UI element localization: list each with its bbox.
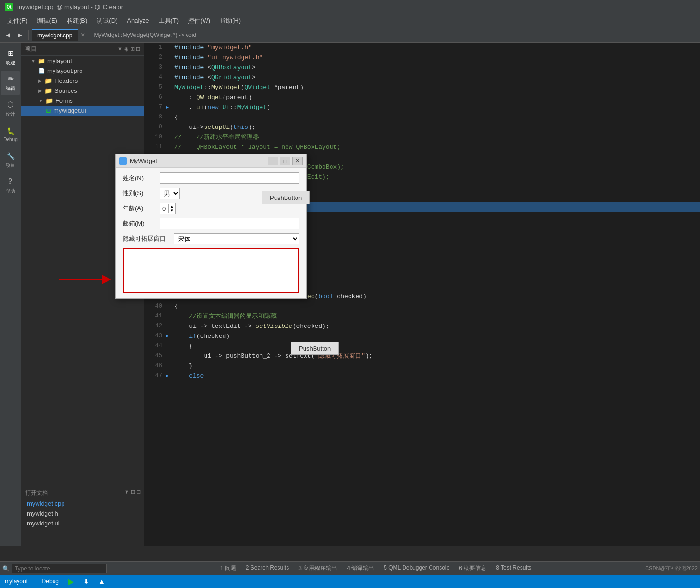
menu-file[interactable]: 文件(F)	[2, 15, 32, 27]
status-tab-search[interactable]: 2 Search Results	[243, 564, 291, 572]
spinbox-up[interactable]: ▲	[169, 204, 175, 208]
form-input-name[interactable]	[160, 172, 299, 184]
tree-label-headers: Headers	[54, 77, 78, 84]
status-build-btn[interactable]: ▲	[99, 578, 105, 585]
open-doc-mywidget-h[interactable]: mywidget.h	[21, 508, 144, 518]
expand-arrow-headers: ▶	[38, 78, 42, 83]
form-row-age: 年龄(A) 0 ▲ ▼	[123, 203, 299, 214]
sidebar-item-design[interactable]: ⬡ 设计	[1, 96, 20, 121]
code-line-9: 9 ui->setupUi(this);	[144, 122, 700, 132]
form-select-gender[interactable]: 男 女	[160, 188, 180, 199]
tab-close-btn[interactable]: ✕	[79, 32, 87, 38]
spinbox-age: 0 ▲ ▼	[160, 203, 176, 214]
tree-label-forms: Forms	[55, 97, 73, 104]
open-docs-panel: 打开文档 ▼ ⊞ ⊟ mywidget.cpp mywidget.h mywid…	[21, 485, 144, 546]
line-arrow-43: ▶	[166, 331, 173, 341]
dialog-minimize-btn[interactable]: —	[268, 157, 278, 165]
folder-forms-icon: 📁	[45, 97, 53, 104]
spinbox-value: 0	[160, 205, 168, 212]
line-num-47: 47	[144, 371, 166, 381]
toolbar-back[interactable]: ◀	[2, 30, 13, 40]
sidebar-item-welcome[interactable]: ⊞ 欢迎	[1, 45, 20, 70]
tree-label-mywidget-ui: mywidget.ui	[54, 107, 86, 114]
line-num-10: 10	[144, 132, 166, 142]
sidebar-item-debug[interactable]: 🐛 Debug	[1, 122, 20, 146]
pushbutton[interactable]: PushButton	[291, 342, 339, 355]
open-doc-mywidget-ui[interactable]: mywidget.ui	[21, 518, 144, 528]
sidebar-item-projects[interactable]: 🔧 项目	[1, 147, 20, 172]
file-ui-icon: 🖼	[46, 108, 51, 114]
line-code-8: {	[173, 112, 700, 122]
tree-item-mylayout-pro[interactable]: 📄 mylayout.pro	[21, 66, 144, 76]
status-tab-general[interactable]: 6 概要信息	[457, 564, 489, 572]
tree-label-mylayout: mylayout	[47, 57, 72, 64]
open-docs-controls: ▼ ⊞ ⊟	[124, 489, 141, 497]
code-line-5: 5 MyWidget::MyWidget(QWidget *parent)	[144, 82, 700, 92]
form-row-combo: 隐藏可拓展窗口 宋体 Arial Times New Roman	[123, 233, 299, 244]
expand-arrow: ▼	[31, 58, 36, 63]
line-num-45: 45	[144, 351, 166, 361]
line-num-8: 8	[144, 112, 166, 122]
line-num-5: 5	[144, 82, 166, 92]
menu-build[interactable]: 构建(B)	[62, 15, 92, 27]
tree-item-sources[interactable]: ▶ 📁 Sources	[21, 86, 144, 96]
code-line-1: 1 #include "mywidget.h"	[144, 43, 700, 53]
sidebar-label-edit: 编辑	[6, 85, 15, 92]
tab-mywidget-cpp[interactable]: mywidget.cpp	[32, 29, 78, 41]
line-code-42: ui -> textEdit -> setVisible(checked);	[173, 321, 700, 331]
tree-item-headers[interactable]: ▶ 📁 Headers	[21, 76, 144, 86]
dialog-title-icon	[119, 157, 127, 165]
text-edit-area[interactable]	[123, 248, 299, 293]
line-num-11: 11	[144, 142, 166, 152]
combo-select-font[interactable]: 宋体 Arial Times New Roman	[174, 233, 299, 244]
code-line-40: 40 {	[144, 301, 700, 311]
line-code-47: else	[173, 371, 700, 381]
main-layout: ⊞ 欢迎 ✏ 编辑 ⬡ 设计 🐛 Debug 🔧 项目 ? 帮助 项目	[0, 43, 700, 546]
line-code-45: ui -> pushButton_2 -> setText("隐藏可拓展窗口")…	[173, 351, 700, 361]
status-tab-test[interactable]: 8 Test Results	[494, 564, 534, 572]
status-step-btn[interactable]: ⬇	[83, 578, 89, 585]
sidebar-item-help[interactable]: ? 帮助	[1, 173, 20, 198]
push-button-main[interactable]: PushButton	[262, 191, 310, 204]
tab-mywidget-constructor[interactable]: MyWidget::MyWidget(QWidget *) -> void	[88, 30, 202, 40]
tree-item-forms[interactable]: ▼ 📁 Forms	[21, 96, 144, 106]
menubar: 文件(F) 编辑(E) 构建(B) 调试(D) Analyze 工具(T) 控件…	[0, 14, 700, 27]
status-tab-qml[interactable]: 5 QML Debugger Console	[381, 564, 452, 572]
status-bar: mylayout □ Debug ▶ ⬇ ▲	[0, 575, 700, 588]
menu-edit[interactable]: 编辑(E)	[32, 15, 62, 27]
dialog-maximize-btn[interactable]: □	[280, 157, 290, 165]
dialog-close-btn[interactable]: ✕	[292, 157, 303, 165]
menu-widgets[interactable]: 控件(W)	[183, 15, 215, 27]
spinbox-down[interactable]: ▼	[169, 208, 175, 213]
menu-debug[interactable]: 调试(D)	[92, 15, 122, 27]
menu-help[interactable]: 帮助(H)	[215, 15, 245, 27]
line-code-3: #include <QHBoxLayout>	[173, 63, 700, 72]
expand-arrow-sources: ▶	[38, 88, 42, 93]
status-run-btn[interactable]: ▶	[68, 577, 74, 586]
tree-item-mylayout[interactable]: ▼ 📁 mylayout	[21, 56, 144, 66]
form-input-email[interactable]	[160, 218, 299, 229]
file-tree-header: 项目 ▼ ◉ ⊞ ⊟	[21, 43, 144, 56]
tree-item-mywidget-ui[interactable]: 🖼 mywidget.ui	[21, 106, 144, 116]
line-code-44: {	[173, 341, 700, 351]
toolbar-forward[interactable]: ▶	[15, 30, 26, 40]
status-tab-compile[interactable]: 4 编译输出	[344, 564, 377, 572]
line-num-3: 3	[144, 63, 166, 72]
dialog-title-text: MyWidget	[130, 157, 157, 164]
code-line-8: 8 {	[144, 112, 700, 122]
open-doc-mywidget-cpp[interactable]: mywidget.cpp	[21, 498, 144, 508]
code-line-3: 3 #include <QHBoxLayout>	[144, 63, 700, 72]
menu-tools[interactable]: 工具(T)	[154, 15, 184, 27]
search-input[interactable]	[12, 564, 107, 573]
debug-icon: 🐛	[6, 126, 15, 136]
line-num-46: 46	[144, 361, 166, 371]
line-num-1: 1	[144, 43, 166, 53]
status-tab-issues[interactable]: 1 问题	[218, 564, 239, 572]
code-line-6: 6 : QWidget(parent)	[144, 92, 700, 102]
line-num-43: 43	[144, 331, 166, 341]
code-line-46: 46 }	[144, 361, 700, 371]
menu-analyze[interactable]: Analyze	[122, 15, 153, 26]
status-tab-app-output[interactable]: 3 应用程序输出	[296, 564, 340, 572]
sidebar-item-edit[interactable]: ✏ 编辑	[1, 71, 20, 95]
status-debug: □ Debug	[37, 578, 59, 585]
